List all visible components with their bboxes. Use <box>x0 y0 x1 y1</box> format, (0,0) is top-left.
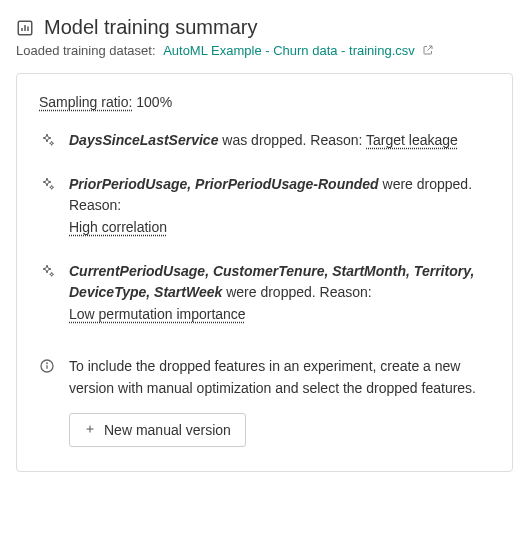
drop-item: DaysSinceLastService was dropped. Reason… <box>39 130 490 152</box>
drop-mid-text: were dropped. Reason: <box>222 284 371 300</box>
info-block: To include the dropped features in an ex… <box>39 356 490 447</box>
plus-icon <box>84 422 96 438</box>
drop-text: DaysSinceLastService was dropped. Reason… <box>69 130 490 152</box>
drop-item: CurrentPeriodUsage, CustomerTenure, Star… <box>39 261 490 326</box>
dataset-link-label: AutoML Example - Churn data - training.c… <box>163 43 415 58</box>
dataset-prefix: Loaded training dataset: <box>16 43 156 58</box>
sampling-ratio-label: Sampling ratio: <box>39 94 132 110</box>
drop-text: PriorPeriodUsage, PriorPeriodUsage-Round… <box>69 174 490 239</box>
external-link-icon <box>422 44 434 59</box>
new-manual-version-label: New manual version <box>104 422 231 438</box>
sparkle-icon <box>39 263 55 279</box>
info-text: To include the dropped features in an ex… <box>69 356 490 399</box>
dropped-feature-names: DaysSinceLastService <box>69 132 218 148</box>
sparkle-icon <box>39 176 55 192</box>
drop-text: CurrentPeriodUsage, CustomerTenure, Star… <box>69 261 490 326</box>
drop-mid-text: was dropped. Reason: <box>218 132 366 148</box>
svg-point-6 <box>47 363 48 364</box>
page-header: Model training summary <box>16 16 513 39</box>
summary-card: Sampling ratio: 100% DaysSinceLastServic… <box>16 73 513 472</box>
page-title: Model training summary <box>44 16 257 39</box>
dataset-subheader: Loaded training dataset: AutoML Example … <box>16 43 513 59</box>
dataset-link[interactable]: AutoML Example - Churn data - training.c… <box>163 43 434 58</box>
chart-icon <box>16 19 34 37</box>
sampling-ratio: Sampling ratio: 100% <box>39 94 490 110</box>
drop-reason-link[interactable]: Target leakage <box>366 132 458 148</box>
dropped-features-list: DaysSinceLastService was dropped. Reason… <box>39 130 490 326</box>
drop-reason-link[interactable]: High correlation <box>69 219 167 235</box>
dropped-feature-names: PriorPeriodUsage, PriorPeriodUsage-Round… <box>69 176 379 192</box>
drop-item: PriorPeriodUsage, PriorPeriodUsage-Round… <box>39 174 490 239</box>
sampling-ratio-value: 100% <box>136 94 172 110</box>
info-icon <box>39 358 55 374</box>
new-manual-version-button[interactable]: New manual version <box>69 413 246 447</box>
drop-reason-link[interactable]: Low permutation importance <box>69 306 246 322</box>
sparkle-icon <box>39 132 55 148</box>
